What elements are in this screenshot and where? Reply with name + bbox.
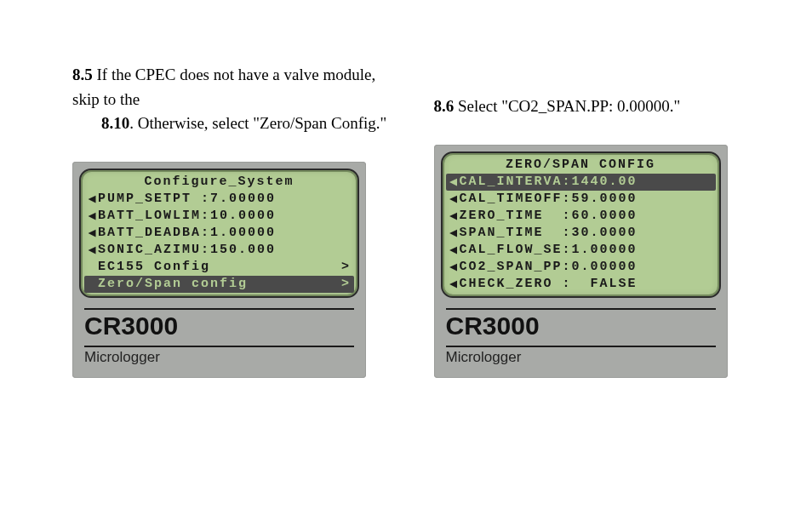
row-label: Zero/Span config (98, 277, 248, 291)
step-number: 8.6 (434, 97, 455, 115)
row-label: CAL_INTERVA (460, 174, 563, 189)
left-arrow-icon: ◀ (449, 174, 460, 190)
brand-divider (446, 308, 716, 310)
step-text-part2: . Otherwise, select "Zero/Span Config." (129, 114, 386, 132)
left-arrow-icon: ◀ (88, 208, 98, 224)
row-sep: : (563, 243, 572, 257)
device-model: CR3000 (84, 312, 354, 340)
left-column: 8.5 If the CPEC does not have a valve mo… (72, 47, 387, 378)
lcd-row-selected[interactable]: ◀CAL_INTERVA:1440.00 (446, 174, 716, 191)
row-value: 1.00000 (572, 243, 638, 257)
row-sep: : (563, 226, 572, 240)
row-label: BATT_DEADBA (98, 226, 201, 240)
row-sep: : (563, 209, 572, 223)
left-arrow-icon: ◀ (449, 242, 460, 258)
lcd-title-row: Configure_System (84, 174, 354, 191)
step-8-6: 8.6 Select "CO2_SPAN.PP: 0.00000." (434, 94, 749, 119)
page: 8.5 If the CPEC does not have a valve mo… (0, 0, 812, 526)
row-sep: : (563, 192, 572, 206)
device-left: Configure_System ◀PUMP_SETPT :7.00000 ◀B… (72, 162, 366, 378)
brand-divider (84, 308, 354, 310)
row-label: CAL_TIMEOFF (460, 192, 563, 206)
lcd-row[interactable]: ◀SONIC_AZIMU:150.000 (84, 242, 354, 259)
row-label: CHECK_ZERO (460, 277, 563, 291)
left-arrow-icon: ◀ (88, 225, 98, 241)
lcd-title: Configure_System (144, 174, 294, 189)
row-value: 30.0000 (572, 226, 638, 240)
brand-divider (446, 346, 716, 347)
left-arrow-icon: ◀ (88, 242, 98, 258)
row-value: 59.0000 (572, 192, 638, 206)
lcd-row[interactable]: ◀BATT_LOWLIM:10.0000 (84, 208, 354, 225)
lcd-row[interactable]: ◀PUMP_SETPT :7.00000 (84, 191, 354, 208)
lcd-row[interactable]: EC155 Config> (84, 259, 354, 276)
step-8-5: 8.5 If the CPEC does not have a valve mo… (72, 63, 387, 136)
row-label: CO2_SPAN_PP (460, 260, 563, 274)
row-sep: : (201, 243, 210, 257)
left-arrow-icon: ◀ (449, 191, 460, 207)
row-value: 150.000 (210, 243, 276, 257)
row-sep: : (563, 260, 572, 274)
lcd-row[interactable]: ◀CAL_FLOW_SE:1.00000 (446, 242, 716, 259)
lcd-screen-right: ZERO/SPAN CONFIG ◀CAL_INTERVA:1440.00 ◀C… (441, 152, 721, 298)
brand-divider (84, 346, 354, 347)
chevron-right-icon: > (339, 260, 351, 274)
row-sep: : (201, 209, 210, 223)
left-arrow-icon: ◀ (449, 208, 460, 224)
row-value: 7.00000 (210, 192, 276, 206)
row-label: ZERO_TIME (460, 209, 563, 223)
row-value: 60.0000 (572, 209, 638, 223)
lcd-row[interactable]: ◀SPAN_TIME :30.0000 (446, 225, 716, 242)
row-label: SONIC_AZIMU (98, 243, 201, 257)
device-right: ZERO/SPAN CONFIG ◀CAL_INTERVA:1440.00 ◀C… (434, 145, 728, 378)
lcd-row[interactable]: ◀CAL_TIMEOFF:59.0000 (446, 191, 716, 208)
left-arrow-icon: ◀ (449, 259, 460, 275)
row-sep: : (201, 192, 210, 206)
lcd-row[interactable]: ◀BATT_DEADBA:1.00000 (84, 225, 354, 242)
device-model: CR3000 (446, 312, 716, 340)
lcd-title: ZERO/SPAN CONFIG (506, 157, 655, 172)
row-label: EC155 Config (98, 260, 210, 274)
left-arrow-icon: ◀ (449, 225, 460, 241)
right-column: 8.6 Select "CO2_SPAN.PP: 0.00000." ZERO/… (434, 47, 749, 378)
device-brand: CR3000 Micrologger (441, 298, 721, 366)
row-value: 0.00000 (572, 260, 638, 274)
device-brand: CR3000 Micrologger (79, 298, 359, 366)
row-value: 1.00000 (210, 226, 276, 240)
lcd-row-selected[interactable]: Zero/Span config> (84, 276, 354, 293)
row-label: SPAN_TIME (460, 226, 563, 240)
row-label: PUMP_SETPT (98, 192, 201, 206)
columns: 8.5 If the CPEC does not have a valve mo… (72, 47, 748, 378)
device-subtitle: Micrologger (84, 349, 354, 366)
lcd-row[interactable]: ◀CHECK_ZERO : FALSE (446, 276, 716, 293)
step-bold: 8.10 (101, 114, 129, 132)
left-arrow-icon: ◀ (88, 191, 98, 207)
left-arrow-icon: ◀ (449, 276, 460, 292)
lcd-screen-left: Configure_System ◀PUMP_SETPT :7.00000 ◀B… (79, 169, 359, 298)
lcd-row[interactable]: ◀ZERO_TIME :60.0000 (446, 208, 716, 225)
step-number: 8.5 (72, 66, 93, 83)
left-arrow-icon (88, 277, 98, 291)
lcd-title-row: ZERO/SPAN CONFIG (446, 157, 716, 174)
row-label: CAL_FLOW_SE (460, 243, 563, 257)
row-label: BATT_LOWLIM (98, 209, 201, 223)
chevron-right-icon: > (339, 277, 351, 291)
step-text: Select "CO2_SPAN.PP: 0.00000." (454, 97, 680, 115)
row-value: 10.0000 (210, 209, 276, 223)
row-value: 1440.00 (572, 174, 638, 189)
device-subtitle: Micrologger (446, 349, 716, 366)
left-arrow-icon (88, 260, 98, 274)
step-indent: 8.10. Otherwise, select "Zero/Span Confi… (72, 111, 387, 136)
row-sep: : (563, 277, 572, 291)
row-sep: : (201, 226, 210, 240)
lcd-row[interactable]: ◀CO2_SPAN_PP:0.00000 (446, 259, 716, 276)
row-value: FALSE (572, 277, 638, 291)
step-text-part1: If the CPEC does not have a valve module… (72, 66, 375, 108)
row-sep: : (563, 174, 572, 189)
